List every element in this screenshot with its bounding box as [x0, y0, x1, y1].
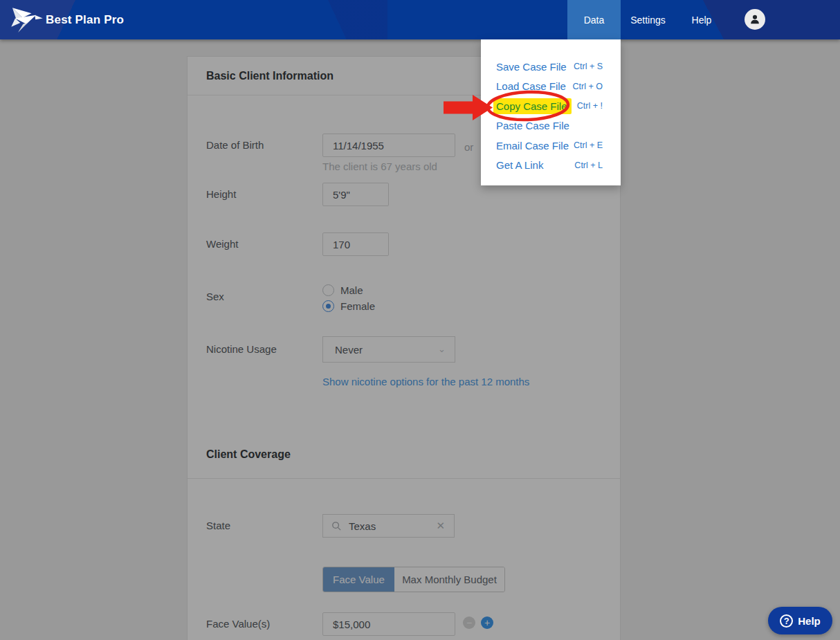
brand-title: Best Plan Pro: [46, 0, 124, 39]
nav-item-settings[interactable]: Settings: [621, 0, 675, 39]
user-avatar[interactable]: [745, 9, 765, 30]
question-mark-icon: ?: [780, 614, 793, 628]
app-header: Best Plan Pro Data Settings Help: [0, 0, 840, 39]
menu-item-save-case-file[interactable]: Save Case File Ctrl + S: [481, 57, 621, 77]
menu-shortcut: Ctrl + L: [574, 161, 603, 170]
top-nav: Data Settings Help: [567, 0, 728, 39]
menu-shortcut: Ctrl + S: [574, 62, 603, 71]
menu-item-get-a-link[interactable]: Get A Link Ctrl + L: [481, 156, 621, 176]
menu-item-label: Email Case File: [496, 140, 569, 152]
dim-overlay: [0, 39, 840, 640]
menu-item-copy-case-file[interactable]: Copy Case File Ctrl + !: [481, 96, 621, 116]
menu-shortcut: Ctrl + E: [574, 140, 603, 150]
menu-item-label: Save Case File: [496, 61, 567, 73]
menu-item-label: Load Case File: [496, 80, 566, 92]
nav-item-help[interactable]: Help: [675, 0, 728, 39]
data-dropdown-menu: Save Case File Ctrl + S Load Case File C…: [481, 39, 621, 185]
menu-item-load-case-file[interactable]: Load Case File Ctrl + O: [481, 77, 621, 97]
header-decoration: [208, 0, 387, 39]
menu-item-paste-case-file[interactable]: Paste Case File: [481, 116, 621, 136]
help-button-label: Help: [798, 615, 821, 627]
menu-shortcut: Ctrl + !: [577, 101, 603, 111]
bird-logo-icon: [9, 6, 45, 35]
menu-item-label: Paste Case File: [496, 120, 569, 131]
red-arrow-annotation: [444, 95, 493, 120]
person-icon: [749, 13, 761, 26]
menu-item-label: Get A Link: [496, 159, 543, 171]
nav-item-data[interactable]: Data: [567, 0, 621, 39]
menu-item-email-case-file[interactable]: Email Case File Ctrl + E: [481, 136, 621, 156]
menu-item-label-highlighted: Copy Case File: [493, 98, 572, 114]
menu-shortcut: Ctrl + O: [573, 82, 603, 91]
help-button[interactable]: ? Help: [768, 607, 832, 634]
